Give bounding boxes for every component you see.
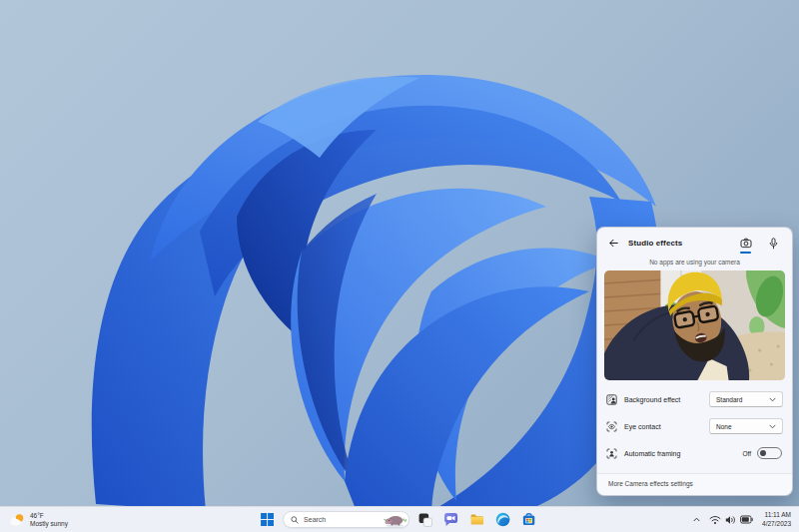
studio-effects-panel: Studio effects No apps are using your ca… <box>596 227 793 496</box>
chevron-down-icon <box>769 397 776 402</box>
widgets-weather-button[interactable]: 46°F Mostly sunny <box>5 509 73 531</box>
back-button[interactable] <box>607 237 620 250</box>
wifi-icon <box>709 515 721 525</box>
camera-tab-button[interactable] <box>738 236 753 251</box>
background-effect-value: Standard <box>716 396 742 403</box>
chat-button[interactable] <box>440 509 461 530</box>
search-input[interactable]: Search <box>283 511 409 528</box>
automatic-framing-icon <box>606 448 617 459</box>
file-explorer-icon <box>469 512 484 527</box>
quick-settings-button[interactable] <box>705 509 757 530</box>
weather-temperature: 46°F <box>30 512 68 520</box>
system-tray: 11:11 AM 4/27/2023 <box>688 507 796 532</box>
volume-icon <box>725 515 736 525</box>
microsoft-store-button[interactable] <box>518 509 539 530</box>
start-button[interactable] <box>257 509 278 530</box>
microphone-tab-button[interactable] <box>766 236 781 251</box>
eye-contact-dropdown[interactable]: None <box>709 418 783 434</box>
edge-icon <box>495 512 510 527</box>
chevron-up-icon <box>692 515 701 524</box>
more-camera-effects-settings-link[interactable]: More Camera effects settings <box>597 473 792 495</box>
camera-preview <box>604 270 785 380</box>
eye-contact-value: None <box>716 423 732 430</box>
panel-title: Studio effects <box>628 239 682 248</box>
automatic-framing-state: Off <box>742 450 751 457</box>
effects-settings: Background effect Standard <box>597 380 792 462</box>
eye-contact-icon <box>606 421 617 432</box>
windows-start-icon <box>261 513 274 526</box>
show-hidden-icons-button[interactable] <box>688 509 705 530</box>
eye-contact-label: Eye contact <box>624 423 709 430</box>
battery-icon <box>740 515 753 524</box>
microphone-icon <box>768 238 779 250</box>
task-view-button[interactable] <box>414 509 435 530</box>
background-effect-icon <box>606 394 617 405</box>
camera-icon <box>740 238 752 249</box>
clock-button[interactable]: 11:11 AM 4/27/2023 <box>757 509 796 530</box>
weather-condition: Mostly sunny <box>30 520 68 528</box>
taskbar-center: Search <box>257 507 539 532</box>
background-effect-label: Background effect <box>624 396 709 403</box>
panel-header: Studio effects <box>597 228 792 253</box>
taskbar: 46°F Mostly sunny Search <box>0 506 799 532</box>
automatic-framing-toggle[interactable] <box>757 447 782 459</box>
search-icon <box>291 516 299 524</box>
search-highlight-hippo-icon <box>383 513 406 527</box>
microsoft-store-icon <box>521 512 536 527</box>
desktop: Studio effects No apps are using your ca… <box>0 0 799 532</box>
file-explorer-button[interactable] <box>466 509 487 530</box>
eye-contact-row: Eye contact None <box>606 417 783 435</box>
chevron-down-icon <box>769 424 776 429</box>
weather-sun-cloud-icon <box>10 513 25 527</box>
search-placeholder: Search <box>304 516 378 523</box>
toggle-knob <box>760 450 766 456</box>
background-effect-dropdown[interactable]: Standard <box>709 391 783 407</box>
camera-status-text: No apps are using your camera <box>597 253 792 270</box>
back-arrow-icon <box>608 238 619 249</box>
chat-icon <box>443 512 458 527</box>
edge-button[interactable] <box>492 509 513 530</box>
tray-date: 4/27/2023 <box>762 520 791 529</box>
background-effect-row: Background effect Standard <box>606 390 783 408</box>
camera-preview-image <box>604 270 785 380</box>
automatic-framing-label: Automatic framing <box>624 450 742 457</box>
automatic-framing-row: Automatic framing Off <box>606 444 783 462</box>
tray-time: 11:11 AM <box>765 511 792 520</box>
task-view-icon <box>418 513 432 527</box>
